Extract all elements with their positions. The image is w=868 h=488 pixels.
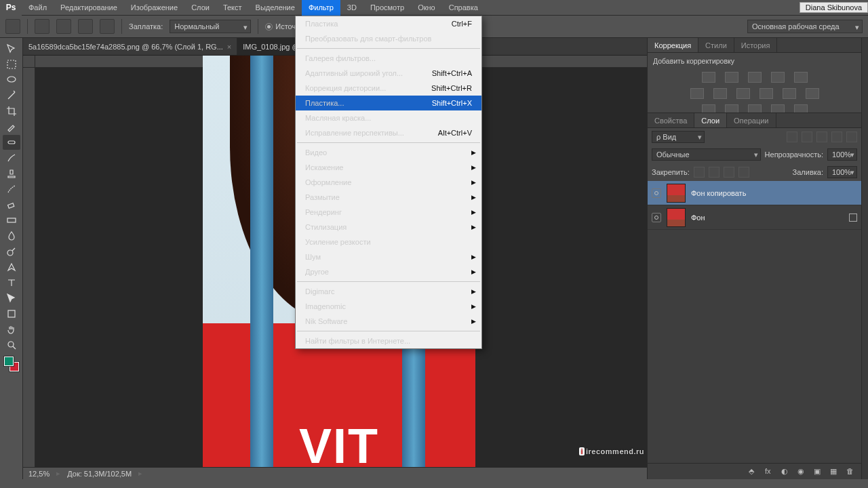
menu-item[interactable]: Исправление перспективы...Alt+Ctrl+V [296, 125, 481, 140]
new-fill-icon[interactable]: ◉ [797, 467, 807, 476]
panel-collapse-strip[interactable] [861, 38, 868, 479]
menu-файл[interactable]: Файл [22, 0, 54, 16]
adj-exposure-icon[interactable] [771, 72, 785, 83]
marquee-tool[interactable] [3, 57, 20, 72]
workspace-select[interactable]: Основная рабочая среда [747, 20, 863, 33]
menu-item[interactable]: Адаптивный широкий угол...Shift+Ctrl+A [296, 66, 481, 81]
layer-row[interactable]: Фон [648, 205, 861, 230]
adj-mixer-icon[interactable] [760, 88, 773, 99]
panel-tab[interactable]: Слои [694, 113, 727, 127]
patch-mode-select[interactable]: Нормальный [170, 20, 251, 33]
adj-hue-icon[interactable] [690, 88, 704, 99]
filter-adj-icon[interactable] [802, 131, 812, 142]
zoom-level[interactable]: 12,5% [28, 470, 50, 478]
opacity-value[interactable]: 100% [827, 148, 857, 161]
link-layers-icon[interactable]: ⬘ [749, 467, 758, 476]
menu-изображение[interactable]: Изображение [124, 0, 184, 16]
lock-all-icon[interactable] [738, 167, 749, 178]
visibility-icon[interactable] [652, 188, 661, 198]
menu-выделение[interactable]: Выделение [249, 0, 302, 16]
wand-tool[interactable] [3, 88, 20, 103]
delete-layer-icon[interactable]: 🗑 [846, 467, 856, 476]
menu-окно[interactable]: Окно [411, 0, 442, 16]
filter-pixel-icon[interactable] [787, 131, 797, 142]
menu-item[interactable]: Видео [296, 145, 481, 160]
adj-brightness-icon[interactable] [702, 72, 715, 83]
fill-value[interactable]: 100% [827, 166, 857, 178]
menu-справка[interactable]: Справка [442, 0, 485, 16]
menu-item[interactable]: Пластика...Shift+Ctrl+X [296, 96, 481, 110]
opt-icon-2[interactable] [56, 19, 71, 34]
menu-item[interactable]: Искажение [296, 160, 481, 175]
path-tool[interactable] [3, 291, 20, 306]
eraser-tool[interactable] [3, 197, 20, 212]
filter-type-icon[interactable] [816, 131, 827, 142]
menu-item[interactable]: Галерея фильтров... [296, 51, 481, 66]
menu-item[interactable]: Размытие [296, 190, 481, 205]
document-tab[interactable]: 5a16589dca5bc15fe74a2885.png @ 66,7% (Сл… [23, 38, 237, 55]
menu-item[interactable]: Imagenomic [296, 299, 481, 314]
dodge-tool[interactable] [3, 244, 20, 259]
blur-tool[interactable] [3, 228, 20, 243]
color-swatches[interactable] [4, 357, 19, 371]
pen-tool[interactable] [3, 260, 20, 274]
menu-редактирование[interactable]: Редактирование [54, 0, 124, 16]
filter-shape-icon[interactable] [831, 131, 842, 142]
menu-item[interactable]: Найти фильтры в Интернете... [296, 333, 481, 348]
layer-mask-icon[interactable]: ◐ [781, 467, 791, 476]
menu-item[interactable]: Шум [296, 249, 481, 264]
opt-icon-1[interactable] [35, 19, 50, 34]
new-layer-icon[interactable]: ▦ [830, 467, 840, 476]
eyedropper-tool[interactable] [3, 119, 20, 134]
menu-item[interactable]: Рендеринг [296, 205, 481, 220]
menu-3d[interactable]: 3D [340, 0, 363, 16]
menu-item[interactable]: Другое [296, 264, 481, 279]
lock-trans-icon[interactable] [694, 167, 705, 178]
adj-bw-icon[interactable] [713, 88, 727, 99]
panel-tab[interactable]: История [734, 38, 778, 52]
opt-icon-3[interactable] [78, 19, 93, 34]
new-group-icon[interactable]: ▣ [814, 467, 823, 476]
adj-lookup-icon[interactable] [783, 88, 796, 99]
lasso-tool[interactable] [3, 73, 20, 87]
layer-thumbnail[interactable] [667, 184, 686, 203]
opt-icon-4[interactable] [100, 19, 115, 34]
brush-tool[interactable] [3, 150, 20, 165]
menu-фильтр[interactable]: Фильтр [302, 0, 340, 16]
menu-текст[interactable]: Текст [216, 0, 249, 16]
panel-tab[interactable]: Стили [698, 38, 734, 52]
menu-item[interactable]: Усиление резкости [296, 235, 481, 249]
history-brush-tool[interactable] [3, 182, 20, 197]
adj-levels-icon[interactable] [725, 72, 738, 83]
tool-preset-icon[interactable] [5, 19, 20, 34]
adj-photo-icon[interactable] [736, 88, 750, 99]
adj-vibrance-icon[interactable] [794, 72, 808, 83]
menu-item[interactable]: Масляная краска... [296, 110, 481, 125]
lock-pixel-icon[interactable] [709, 167, 719, 178]
menu-item[interactable]: Nik Software [296, 314, 481, 329]
menu-item[interactable]: Digimarc [296, 284, 481, 299]
panel-tab[interactable]: Операции [727, 113, 776, 127]
menu-слои[interactable]: Слои [184, 0, 216, 16]
menu-item[interactable]: Стилизация [296, 220, 481, 235]
visibility-icon[interactable] [652, 213, 661, 222]
layer-row[interactable]: Фон копировать [648, 181, 861, 205]
stamp-tool[interactable] [3, 166, 20, 181]
hand-tool[interactable] [3, 322, 20, 337]
panel-tab[interactable]: Коррекция [648, 38, 698, 52]
menu-просмотр[interactable]: Просмотр [363, 0, 411, 16]
menu-item[interactable]: ПластикаCtrl+F [296, 16, 481, 31]
menu-item[interactable]: Преобразовать для смарт-фильтров [296, 31, 481, 46]
shape-tool[interactable] [3, 306, 20, 321]
type-tool[interactable] [3, 275, 20, 290]
crop-tool[interactable] [3, 104, 20, 119]
layer-kind-select[interactable]: ρ Вид [652, 131, 705, 143]
layer-thumbnail[interactable] [667, 208, 686, 227]
blend-mode-select[interactable]: Обычные [652, 148, 761, 161]
close-icon[interactable]: × [227, 43, 231, 51]
adj-curves-icon[interactable] [748, 72, 762, 83]
panel-tab[interactable]: Свойства [648, 113, 694, 127]
adj-invert-icon[interactable] [806, 88, 819, 99]
menu-item[interactable]: Коррекция дисторсии...Shift+Ctrl+R [296, 81, 481, 96]
healing-tool[interactable] [3, 135, 20, 150]
